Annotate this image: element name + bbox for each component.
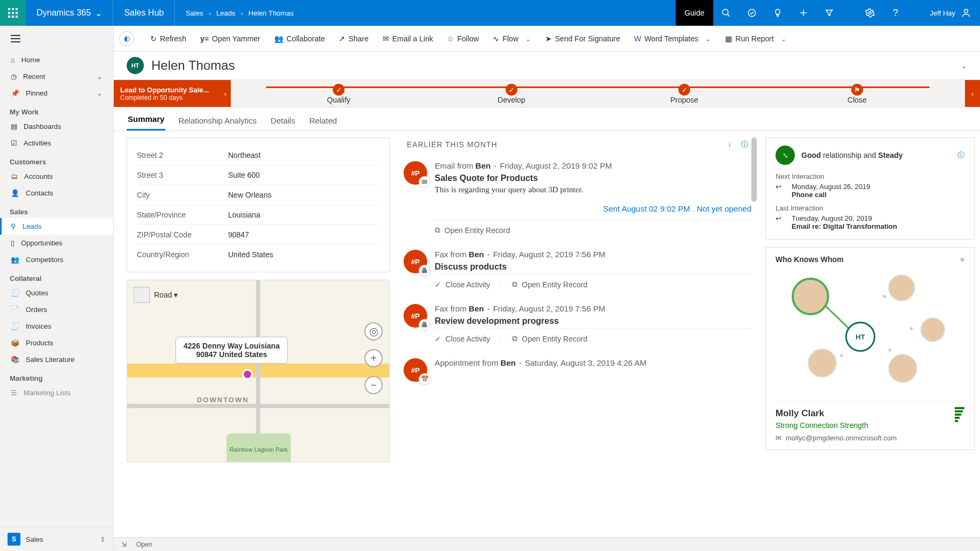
hub-name[interactable]: Sales Hub: [113, 0, 175, 26]
map-type-selector[interactable]: Road▾: [134, 287, 178, 303]
flow-button[interactable]: ∿Flow⌄: [487, 31, 537, 46]
breadcrumb-item[interactable]: Leads: [216, 9, 235, 17]
nav-competitors[interactable]: 👥Competitors: [0, 251, 113, 268]
filter-icon[interactable]: [816, 0, 842, 26]
area-switcher[interactable]: S Sales ⇕: [0, 527, 113, 551]
wkw-node[interactable]: [920, 317, 945, 342]
guide-button[interactable]: Guide: [676, 0, 713, 26]
map-card[interactable]: DOWNTOWN Rainbow Lagoon Park Road▾ 4226 …: [127, 280, 390, 462]
lightbulb-icon[interactable]: [765, 0, 791, 26]
tab-details[interactable]: Details: [269, 111, 296, 130]
opportunity-icon: ▯: [11, 239, 14, 247]
email-link-button[interactable]: ✉Email a Link: [377, 31, 438, 46]
tab-related[interactable]: Related: [308, 111, 338, 130]
collaborate-button[interactable]: 👥Collaborate: [269, 31, 331, 46]
wkw-graph[interactable]: HT: [776, 268, 964, 397]
timeline-subject[interactable]: Review development progress: [435, 316, 751, 326]
star-icon: ☆: [447, 34, 454, 43]
breadcrumb-item[interactable]: Helen Thomas: [248, 9, 294, 17]
map-locate-button[interactable]: ◎: [364, 322, 383, 340]
send-signature-button[interactable]: ➤Send For Signature: [540, 31, 625, 46]
search-icon[interactable]: [713, 0, 739, 26]
run-report-button[interactable]: ▦Run Report⌄: [720, 31, 792, 46]
open-entity-record-button[interactable]: ⧉Open Entity Record: [435, 226, 520, 235]
process-next-button[interactable]: ›: [965, 80, 980, 107]
address-field[interactable]: Street 2Northeast: [137, 146, 379, 165]
wkw-person[interactable]: Molly Clark Strong Connection Strength ✉…: [776, 401, 964, 442]
nav-activities[interactable]: ☑Activities: [0, 135, 113, 151]
nav-dashboards[interactable]: ▤Dashboards: [0, 118, 113, 135]
breadcrumb-item[interactable]: Sales: [186, 9, 203, 17]
nav-opportunities[interactable]: ▯Opportunities: [0, 235, 113, 251]
wkw-node[interactable]: [808, 349, 837, 378]
wkw-node-primary[interactable]: [792, 278, 829, 315]
nav-home[interactable]: ⌂Home: [0, 52, 113, 68]
address-field[interactable]: CityNew Orleans: [137, 185, 379, 205]
follow-button[interactable]: ☆Follow: [442, 31, 484, 46]
help-icon[interactable]: ?: [883, 0, 909, 26]
timeline-subject[interactable]: Sales Quote for Products: [435, 173, 751, 183]
timeline-item: #P✉Email from Ben-Friday, August 2, 2019…: [397, 157, 758, 245]
share-button[interactable]: ↗Share: [333, 31, 374, 46]
close-activity-button[interactable]: ✓Close Activity: [435, 334, 500, 343]
timeline-subject[interactable]: Discuss products: [435, 262, 751, 272]
map-zoom-in-button[interactable]: +: [364, 349, 383, 367]
stage-propose[interactable]: ✓Propose: [598, 83, 771, 104]
stage-close[interactable]: ⚑Close: [771, 83, 944, 104]
scrollbar[interactable]: [751, 137, 757, 202]
settings-icon[interactable]: [857, 0, 883, 26]
expand-icon[interactable]: ⌄: [961, 62, 967, 70]
wkw-person-email[interactable]: ✉mollyc@pmgdemo.onmicrosoft.com: [776, 434, 964, 442]
nav-contacts[interactable]: 👤Contacts: [0, 185, 113, 201]
list-icon[interactable]: ≡: [960, 256, 964, 264]
app-name[interactable]: Dynamics 365 ⌄: [26, 0, 113, 26]
field-label: Country/Region: [137, 250, 228, 259]
info-icon[interactable]: ⓘ: [957, 150, 964, 160]
stage-develop[interactable]: ✓Develop: [425, 83, 598, 104]
app-launcher-icon[interactable]: [0, 0, 26, 26]
task-icon[interactable]: [739, 0, 765, 26]
refresh-button[interactable]: ↻Refresh: [145, 31, 192, 46]
nav-recent[interactable]: ◷Recent⌄: [0, 68, 113, 85]
open-entity-record-button[interactable]: ⧉Open Entity Record: [512, 334, 597, 343]
address-field[interactable]: State/ProvinceLouisiana: [137, 205, 379, 225]
wkw-node[interactable]: [888, 354, 917, 383]
address-field[interactable]: ZIP/Postal Code90847: [137, 225, 379, 245]
sort-icon[interactable]: ↓: [728, 140, 732, 149]
column-timeline: EARLIER THIS MONTH ↓ ⓘ #P✉Email from Ben…: [397, 137, 758, 551]
add-icon[interactable]: [791, 0, 816, 26]
nav-leads[interactable]: ⚲Leads: [0, 218, 113, 235]
nav-group-customers: Customers: [0, 151, 113, 168]
open-entity-record-button[interactable]: ⧉Open Entity Record: [512, 280, 597, 289]
nav-products[interactable]: 📦Products: [0, 335, 113, 351]
nav-quotes[interactable]: 🧾Quotes: [0, 285, 113, 301]
nav-marketinglists[interactable]: ☰Marketing Lists: [0, 385, 113, 401]
wkw-node[interactable]: [888, 274, 915, 301]
list-icon: ☰: [11, 389, 17, 397]
stage-qualify[interactable]: ✓Qualify: [252, 83, 425, 104]
tab-relationship-analytics[interactable]: Relationship Analytics: [177, 111, 258, 130]
field-value: Northeast: [228, 151, 261, 160]
nav-orders[interactable]: 📄Orders: [0, 301, 113, 318]
user-menu[interactable]: Jeff Hay: [909, 8, 980, 18]
info-icon[interactable]: ⓘ: [741, 140, 748, 149]
process-label[interactable]: Lead to Opportunity Sale... Completed in…: [114, 80, 231, 107]
back-icon[interactable]: ◐: [119, 31, 134, 46]
yammer-button[interactable]: y≡Open Yammer: [195, 31, 266, 46]
map-zoom-out-button[interactable]: −: [364, 376, 383, 394]
topbar-icons: ?: [713, 0, 909, 26]
address-field[interactable]: Street 3Suite 600: [137, 165, 379, 185]
popout-icon[interactable]: ⇲: [121, 541, 127, 548]
nav-accounts[interactable]: 🗂Accounts: [0, 168, 113, 185]
tab-summary[interactable]: Summary: [127, 109, 165, 130]
wkw-node-center[interactable]: HT: [845, 322, 875, 352]
nav-pinned[interactable]: 📌Pinned⌄: [0, 85, 113, 102]
word-templates-button[interactable]: WWord Templates⌄: [628, 31, 716, 46]
menu-toggle-icon[interactable]: [0, 26, 113, 52]
address-field[interactable]: Country/RegionUnited States: [137, 245, 379, 264]
record-header: HT Helen Thomas ⌄: [114, 52, 980, 79]
close-activity-button[interactable]: ✓Close Activity: [435, 280, 500, 289]
nav-saleslit[interactable]: 📚Sales Literature: [0, 351, 113, 368]
yammer-icon: y≡: [200, 34, 209, 43]
nav-invoices[interactable]: 🧾Invoices: [0, 318, 113, 335]
